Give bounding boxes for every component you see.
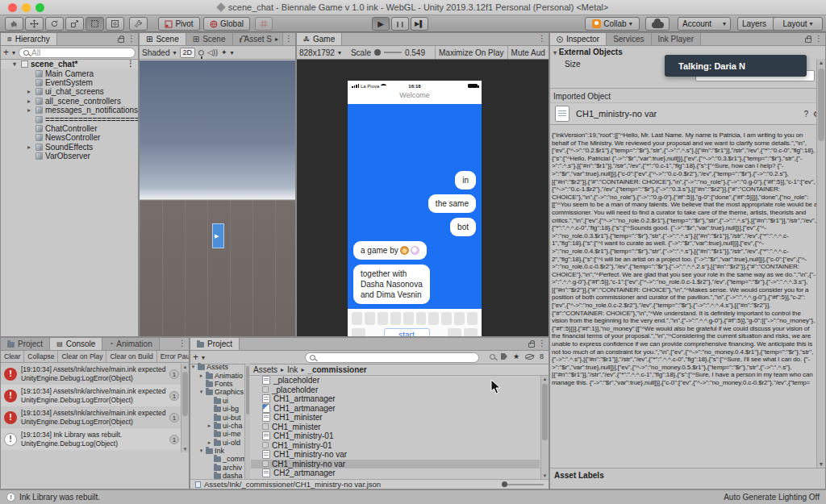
project-tree-item[interactable]: ▸ ui-cha xyxy=(190,422,244,430)
project-tree-item[interactable]: ui xyxy=(190,397,244,405)
project-tree-item[interactable]: archiv xyxy=(190,464,244,472)
project-tree-item[interactable]: _comm xyxy=(190,455,244,463)
thumbnail-size-slider[interactable] xyxy=(502,481,544,487)
breadcrumb-ink[interactable]: Ink xyxy=(287,365,298,374)
breadcrumb-commissioner[interactable]: _commissioner xyxy=(307,365,366,374)
hierarchy-item[interactable]: ==================== xyxy=(1,115,138,123)
search-by-label-icon[interactable] xyxy=(501,353,507,360)
kebab-menu-icon[interactable]: ⋮ xyxy=(538,339,546,348)
tab-asset-store[interactable]: Asset S ▸ xyxy=(233,33,283,45)
breadcrumb[interactable]: Assets ▸ Ink ▸ _commissioner xyxy=(248,364,549,376)
scroll-up-icon[interactable]: ▲ xyxy=(181,364,189,369)
breadcrumb-assets[interactable]: Assets xyxy=(253,365,277,374)
project-tree-item[interactable]: ▸ Animatio xyxy=(190,371,244,379)
tree-scrollbar[interactable] xyxy=(245,363,250,479)
inspector-scrollbar[interactable]: ▲ ▼ xyxy=(816,59,825,468)
move-tool-button[interactable] xyxy=(25,17,44,31)
project-file-row[interactable]: CH2_artmanager xyxy=(251,469,540,478)
pause-button[interactable]: ❙❙ xyxy=(391,17,409,31)
project-file-row[interactable]: CH1_minister xyxy=(251,423,540,432)
files-scrollbar[interactable]: ▲ ▼ xyxy=(540,376,549,479)
account-dropdown[interactable]: Account▾ xyxy=(678,17,731,31)
selected-canvas-object[interactable]: ▶ xyxy=(212,223,224,248)
grid-snap-button[interactable] xyxy=(255,17,273,31)
hierarchy-item[interactable]: ▸ all_scene_controllers xyxy=(1,97,138,106)
rect-tool-button[interactable] xyxy=(86,17,104,31)
scroll-thumb[interactable] xyxy=(182,372,188,416)
foldout-arrow-icon[interactable]: ▸ xyxy=(198,373,204,379)
tab-ink-player[interactable]: Ink Player xyxy=(652,33,701,45)
kebab-menu-icon[interactable]: ⋮ xyxy=(285,35,293,43)
zoom-window-button[interactable] xyxy=(35,3,44,12)
effects-toggle-icon[interactable]: ✦ xyxy=(221,48,227,56)
kebab-menu-icon[interactable]: ⋮ xyxy=(815,35,823,43)
shading-mode-dropdown[interactable]: Shaded xyxy=(142,48,169,57)
hierarchy-item[interactable]: VarObserver xyxy=(1,152,138,160)
project-tree-item[interactable]: ▾ Graphics xyxy=(190,388,244,396)
foldout-arrow-icon[interactable]: ▾ xyxy=(10,60,19,68)
step-button[interactable]: ▶▌ xyxy=(411,17,428,31)
global-toggle-button[interactable]: Global xyxy=(203,17,250,31)
maximize-on-play-button[interactable]: Maximize On Play xyxy=(439,48,504,57)
status-message[interactable]: Ink Library was rebuilt. xyxy=(19,493,100,502)
tab-inspector[interactable]: Inspector xyxy=(550,33,607,45)
slider-handle[interactable] xyxy=(502,481,507,487)
foldout-arrow-icon[interactable]: ▸ xyxy=(206,439,212,446)
collab-dropdown[interactable]: Collab▾ xyxy=(585,17,640,31)
lighting-toggle-icon[interactable] xyxy=(198,50,204,56)
project-tree-item[interactable]: dasha xyxy=(190,472,244,479)
console-log-entry[interactable]: [19:10:34] Assets/Ink/archive/main.ink e… xyxy=(1,406,189,428)
foldout-arrow-icon[interactable]: ▾ xyxy=(198,389,204,395)
resolution-dropdown[interactable]: 828x1792 xyxy=(299,48,335,57)
tab-animation[interactable]: ◔Animation xyxy=(102,338,159,350)
console-scrollbar[interactable]: ▲ ▼ xyxy=(181,364,189,452)
hierarchy-search-input[interactable]: All xyxy=(19,48,136,58)
scroll-thumb[interactable] xyxy=(818,69,824,141)
console-log-entry[interactable]: [19:10:34] Ink Library was rebuilt.Unity… xyxy=(1,428,189,450)
tab-services[interactable]: Services xyxy=(607,33,651,45)
foldout-arrow-icon[interactable]: ▸ xyxy=(25,106,33,114)
close-window-button[interactable] xyxy=(8,3,17,12)
scale-tool-button[interactable] xyxy=(65,17,84,31)
tab-scene[interactable]: ⊞Scene xyxy=(140,33,186,45)
audio-toggle-icon[interactable]: ◁)) xyxy=(207,48,218,56)
project-tree-item[interactable]: Fonts xyxy=(190,380,244,388)
project-tree-item[interactable]: ui-but xyxy=(190,413,244,421)
layout-dropdown[interactable]: Layout▾ xyxy=(773,17,823,31)
project-file-row[interactable]: CH1_minister xyxy=(251,413,540,423)
hierarchy-root-scene[interactable]: ▾ scene_chat* ⋮ xyxy=(1,60,138,69)
lighting-status[interactable]: Auto Generate Lighting Off xyxy=(724,493,820,502)
mute-audio-button[interactable]: Mute Aud xyxy=(511,48,545,57)
project-tree-item[interactable]: ui-me xyxy=(190,430,244,438)
console-toolbar-button[interactable]: Collapse xyxy=(24,351,58,362)
scroll-thumb[interactable] xyxy=(542,384,548,440)
tab-project[interactable]: Project xyxy=(190,338,240,350)
lock-icon[interactable] xyxy=(528,343,535,348)
scroll-up-icon[interactable]: ▲ xyxy=(541,377,549,381)
hand-tool-button[interactable] xyxy=(5,17,23,31)
project-tree-item[interactable]: ▸ ui-old xyxy=(190,439,244,447)
scene-viewport[interactable]: ▶ xyxy=(140,60,295,336)
search-by-type-icon[interactable] xyxy=(490,354,495,360)
scroll-down-icon[interactable]: ▼ xyxy=(817,461,825,467)
foldout-arrow-icon[interactable]: ▾ xyxy=(198,448,204,454)
kebab-menu-icon[interactable]: ⋮ xyxy=(127,35,136,43)
project-tree-item[interactable]: ui-bg xyxy=(190,405,244,413)
hierarchy-item[interactable]: NewsController xyxy=(1,133,138,142)
tab-game[interactable]: 🖧Game xyxy=(297,33,342,45)
project-search-input[interactable] xyxy=(305,352,479,363)
scroll-down-icon[interactable]: ▼ xyxy=(181,447,189,452)
pivot-toggle-button[interactable]: Pivot xyxy=(158,17,200,31)
console-log-entry[interactable]: [19:10:34] Assets/Ink/archive/main.ink e… xyxy=(1,385,189,406)
start-button[interactable]: start xyxy=(384,328,430,337)
hierarchy-item[interactable]: EventSystem xyxy=(1,78,138,87)
cloud-button[interactable] xyxy=(645,17,670,31)
scroll-down-icon[interactable]: ▼ xyxy=(541,473,549,478)
project-file-row[interactable]: CH1_ministry-no var xyxy=(251,450,540,460)
kebab-menu-icon[interactable]: ⋮ xyxy=(127,60,135,68)
console-log-entry[interactable]: [19:10:34] Assets/Ink/archive/main.ink e… xyxy=(1,363,189,385)
scroll-up-icon[interactable]: ▲ xyxy=(817,60,825,65)
foldout-arrow-icon[interactable]: ▸ xyxy=(25,144,33,151)
play-button[interactable]: ▶ xyxy=(372,17,390,31)
rotate-tool-button[interactable] xyxy=(45,17,64,31)
